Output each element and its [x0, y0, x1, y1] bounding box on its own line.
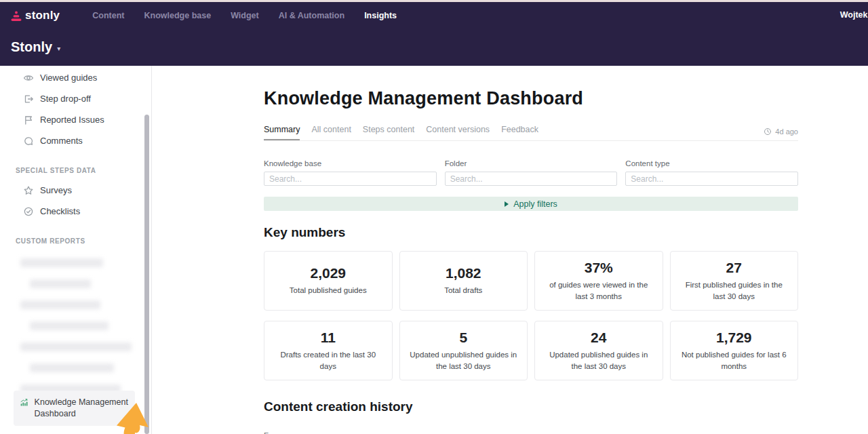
apply-filters-button[interactable]: Apply filters — [264, 197, 798, 211]
kpi-value: 2,029 — [310, 265, 346, 281]
topnav-item-content[interactable]: Content — [92, 11, 124, 20]
user-menu[interactable]: Wojtek K — [840, 10, 868, 20]
last-updated: 4d ago — [764, 127, 798, 140]
sidebar-item-surveys[interactable]: Surveys — [0, 180, 151, 201]
kpi-card-total-drafts: 1,082 Total drafts — [399, 251, 528, 311]
redacted-report[interactable] — [20, 300, 100, 309]
content-history-heading: Content creation history — [264, 399, 798, 414]
kpi-label: Drafts created in the last 30 days — [274, 349, 382, 371]
sidebar-item-step-drop-off[interactable]: Step drop-off — [0, 88, 151, 109]
sidebar-item-label: Step drop-off — [40, 94, 91, 104]
topnav-item-knowledge-base[interactable]: Knowledge base — [144, 11, 211, 20]
redacted-report[interactable] — [20, 342, 132, 351]
folder-search-input[interactable] — [445, 172, 618, 186]
sidebar-item-label: Checklists — [40, 206, 80, 216]
content-type-search-input[interactable] — [625, 172, 798, 186]
sidebar-section-custom-reports: CUSTOM REPORTS — [0, 232, 151, 250]
sidebar-item-label: Comments — [40, 136, 83, 146]
workspace-bar: Stonly ▾ — [0, 28, 868, 66]
sidebar-item-reported-issues[interactable]: Reported Issues — [0, 109, 151, 130]
filter-bar: Knowledge base Folder Content type — [264, 159, 798, 186]
page-title: Knowledge Management Dashboard — [264, 88, 798, 109]
kpi-card-updated-published: 24 Updated published guides in the last … — [534, 321, 663, 380]
sidebar-item-checklists[interactable]: Checklists — [0, 201, 151, 222]
redacted-report[interactable] — [30, 279, 91, 288]
filter-label: Knowledge base — [264, 159, 437, 167]
redacted-report[interactable] — [30, 321, 108, 330]
main-content: Knowledge Management Dashboard Summary A… — [152, 66, 868, 434]
sidebar: Viewed guides Step drop-off Reported Iss… — [0, 66, 152, 434]
check-circle-icon — [23, 206, 34, 217]
eye-icon — [23, 73, 34, 83]
step-dropoff-icon — [23, 94, 34, 104]
report-card-label: Knowledge Management Dashboard — [35, 397, 128, 420]
kpi-value: 27 — [726, 260, 742, 276]
kpi-card-first-published: 27 First published guides in the last 30… — [670, 251, 799, 311]
ukraine-flag-icon — [63, 9, 72, 16]
filter-content-type: Content type — [625, 159, 798, 186]
sidebar-item-viewed-guides[interactable]: Viewed guides — [0, 67, 151, 88]
tab-content-versions[interactable]: Content versions — [426, 125, 490, 140]
topnav-menu: Content Knowledge base Widget AI & Autom… — [92, 11, 397, 20]
topnav-item-ai-automation[interactable]: AI & Automation — [279, 11, 344, 20]
flag-icon — [23, 115, 34, 125]
kpi-card-drafts-created: 11 Drafts created in the last 30 days — [264, 321, 393, 380]
sidebar-item-label: Surveys — [40, 185, 72, 195]
kpi-label: Updated unpublished guides in the last 3… — [410, 349, 518, 371]
sidebar-item-label: Viewed guides — [40, 73, 97, 83]
kpi-label: Updated published guides in the last 30 … — [545, 349, 653, 371]
sidebar-section-special-steps-data: SPECIAL STEPS DATA — [0, 161, 151, 180]
tab-feedback[interactable]: Feedback — [501, 125, 538, 140]
kpi-card-updated-unpublished: 5 Updated unpublished guides in the last… — [399, 321, 528, 380]
last-updated-text: 4d ago — [775, 127, 798, 136]
tab-all-content[interactable]: All content — [311, 125, 351, 140]
redacted-report[interactable] — [30, 363, 114, 372]
play-icon — [505, 201, 509, 207]
stonly-logo-text: stonly — [25, 9, 60, 22]
kpi-label: of guides were viewed in the last 3 mont… — [545, 279, 653, 301]
filter-folder: Folder — [445, 159, 618, 186]
kpi-label: Total drafts — [444, 285, 482, 296]
kpi-value: 37% — [585, 260, 613, 276]
filter-knowledge-base: Knowledge base — [264, 159, 437, 186]
kpi-label: First published guides in the last 30 da… — [680, 279, 789, 301]
top-navbar: stonly Content Knowledge base Widget AI … — [0, 2, 868, 28]
kpi-label: Total published guides — [290, 285, 367, 296]
kpi-value: 5 — [459, 330, 467, 346]
kpi-card-total-published-guides: 2,029 Total published guides — [264, 251, 393, 311]
kpi-card-not-published: 1,729 Not published guides for last 6 mo… — [670, 321, 799, 380]
kpi-value: 24 — [591, 330, 606, 346]
sidebar-scrollbar[interactable] — [144, 115, 149, 434]
star-icon — [23, 185, 34, 196]
kpi-value: 1,729 — [716, 330, 752, 346]
tab-summary[interactable]: Summary — [264, 125, 300, 140]
sidebar-item-label: Reported Issues — [40, 115, 104, 125]
topnav-item-insights[interactable]: Insights — [364, 11, 397, 20]
kpi-value: 11 — [321, 330, 336, 346]
kpi-card-viewed-percentage: 37% of guides were viewed in the last 3 … — [534, 251, 663, 311]
workspace-name[interactable]: Stonly — [11, 39, 52, 55]
key-numbers-heading: Key numbers — [264, 225, 798, 240]
tab-steps-content[interactable]: Steps content — [363, 125, 414, 140]
kpi-label: Not published guides for last 6 months — [680, 349, 789, 371]
chevron-down-icon[interactable]: ▾ — [57, 45, 60, 52]
stonly-logo[interactable]: stonly — [11, 9, 72, 22]
apply-filters-label: Apply filters — [513, 199, 557, 209]
sidebar-item-comments[interactable]: Comments — [0, 130, 151, 151]
redacted-report[interactable] — [20, 258, 103, 267]
redacted-report-list — [0, 258, 151, 393]
stonly-logo-icon — [11, 11, 22, 22]
clock-icon — [764, 127, 772, 136]
sidebar-item-knowledge-management-dashboard[interactable]: Knowledge Management Dashboard — [14, 391, 135, 426]
report-chart-icon — [20, 397, 28, 408]
tab-bar: Summary All content Steps content Conten… — [264, 125, 798, 141]
frequency-label: Frequency — [264, 431, 798, 434]
comment-icon — [23, 136, 34, 146]
filter-label: Content type — [625, 159, 798, 167]
knowledge-base-search-input[interactable] — [264, 172, 437, 186]
filter-label: Folder — [445, 159, 618, 167]
kpi-grid: 2,029 Total published guides 1,082 Total… — [264, 251, 798, 380]
topnav-item-widget[interactable]: Widget — [231, 11, 259, 20]
kpi-value: 1,082 — [446, 265, 481, 281]
